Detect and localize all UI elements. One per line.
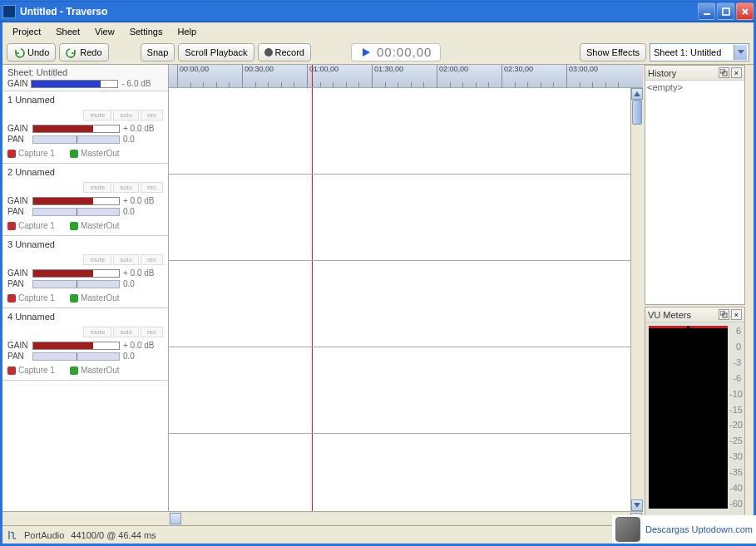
vu-meters-panel: VU Meters × 60-3-6-10-15-20-25-30-35-40-… xyxy=(645,307,745,525)
scroll-playback-label: Scroll Playback xyxy=(185,47,247,57)
minimize-button[interactable] xyxy=(698,2,715,20)
track-output[interactable]: MasterOut xyxy=(70,293,120,303)
mute-button[interactable]: mute xyxy=(83,327,111,337)
vu-close-button[interactable]: × xyxy=(731,309,742,320)
track-name: 2 Unnamed xyxy=(7,167,163,177)
scroll-left-button[interactable] xyxy=(170,513,181,524)
play-button[interactable]: 00:00,00 xyxy=(351,43,441,61)
vu-scale-tick: -30 xyxy=(729,451,741,461)
vu-scale-tick: -6 xyxy=(729,373,741,383)
mute-button[interactable]: mute xyxy=(83,110,111,121)
window-title: Untitled - Traverso xyxy=(20,6,698,17)
gain-slider[interactable] xyxy=(32,342,120,350)
output-icon xyxy=(70,366,78,375)
audio-icon xyxy=(6,529,17,541)
menu-settings[interactable]: Settings xyxy=(123,25,170,38)
scroll-down-button[interactable] xyxy=(631,499,643,511)
vu-bar-left xyxy=(649,326,687,509)
track-input[interactable]: Capture 1 xyxy=(7,293,55,303)
gain-slider[interactable] xyxy=(32,125,120,133)
track-lane[interactable] xyxy=(169,347,643,434)
sheet-selector[interactable]: Sheet 1: Untitled xyxy=(650,43,749,61)
pan-label: PAN xyxy=(7,352,29,361)
history-close-button[interactable]: × xyxy=(731,67,742,78)
gain-value: + 0.0 dB xyxy=(123,196,155,205)
menu-view[interactable]: View xyxy=(88,25,121,38)
vu-scale-tick: -20 xyxy=(729,420,741,430)
menu-sheet[interactable]: Sheet xyxy=(49,25,86,38)
undo-button[interactable]: Undo xyxy=(7,43,56,61)
vu-title: VU Meters xyxy=(648,310,717,320)
track-input[interactable]: Capture 1 xyxy=(7,149,55,158)
mute-button[interactable]: mute xyxy=(83,182,111,193)
pan-value: 0.0 xyxy=(123,135,135,144)
show-effects-button[interactable]: Show Effects xyxy=(580,43,646,61)
vu-scale: 60-3-6-10-15-20-25-30-35-40-60 xyxy=(729,326,741,509)
track-lane[interactable] xyxy=(169,88,643,175)
close-button[interactable] xyxy=(736,2,754,20)
track-input[interactable]: Capture 1 xyxy=(7,366,55,375)
input-icon xyxy=(7,366,16,375)
vu-scale-tick: -40 xyxy=(729,483,741,493)
input-icon xyxy=(7,294,16,303)
vu-scale-tick: -35 xyxy=(729,467,741,477)
scroll-thumb[interactable] xyxy=(632,100,642,125)
solo-button[interactable]: solo xyxy=(113,110,139,121)
svg-rect-1 xyxy=(723,8,729,15)
record-icon xyxy=(264,48,273,57)
solo-button[interactable]: solo xyxy=(113,327,139,337)
menu-help[interactable]: Help xyxy=(170,25,203,38)
snap-button[interactable]: Snap xyxy=(141,43,175,61)
tracks-area[interactable] xyxy=(169,88,643,511)
track-output[interactable]: MasterOut xyxy=(70,366,120,375)
gain-label: GAIN xyxy=(7,124,29,133)
rec-button[interactable]: rec xyxy=(141,327,163,337)
vertical-scrollbar[interactable] xyxy=(630,88,643,511)
gain-label: GAIN xyxy=(7,341,29,350)
vu-scale-tick: -25 xyxy=(729,435,741,445)
pan-slider[interactable] xyxy=(32,280,120,288)
timeline[interactable]: 00:00,0000:30,0001:00,0001:30,0002:00,00… xyxy=(169,65,643,511)
pan-slider[interactable] xyxy=(32,208,120,216)
rec-button[interactable]: rec xyxy=(141,110,163,121)
mute-button[interactable]: mute xyxy=(83,254,111,265)
record-label: Record xyxy=(275,47,304,57)
pan-label: PAN xyxy=(7,135,29,144)
timecode: 00:00,00 xyxy=(377,45,432,59)
history-title: History xyxy=(648,68,717,78)
scroll-playback-button[interactable]: Scroll Playback xyxy=(178,43,254,61)
sheet-header: Sheet: Untitled GAIN - 6.0 dB xyxy=(2,65,168,91)
track-output[interactable]: MasterOut xyxy=(70,149,120,158)
horizontal-scrollbar[interactable] xyxy=(169,512,643,525)
svg-rect-0 xyxy=(704,13,710,15)
track-lane[interactable] xyxy=(169,434,643,520)
gain-slider[interactable] xyxy=(32,197,120,205)
menu-project[interactable]: Project xyxy=(6,25,47,38)
pan-slider[interactable] xyxy=(32,352,120,361)
vu-dock-button[interactable] xyxy=(719,309,729,320)
rec-button[interactable]: rec xyxy=(141,182,163,193)
track-lane[interactable] xyxy=(169,261,643,347)
maximize-button[interactable] xyxy=(717,2,734,20)
solo-button[interactable]: solo xyxy=(113,254,139,265)
solo-button[interactable]: solo xyxy=(113,182,139,193)
watermark: Descargas Uptodown.com xyxy=(612,515,756,544)
output-icon xyxy=(70,150,78,158)
history-dock-button[interactable] xyxy=(719,67,729,78)
time-ruler[interactable]: 00:00,0000:30,0001:00,0001:30,0002:00,00… xyxy=(169,65,643,88)
track-lane[interactable] xyxy=(169,175,643,261)
track-input[interactable]: Capture 1 xyxy=(7,221,55,230)
redo-button[interactable]: Redo xyxy=(59,43,108,61)
record-button[interactable]: Record xyxy=(258,43,311,61)
sheet-gain-slider[interactable] xyxy=(31,80,118,88)
vu-scale-tick: -3 xyxy=(729,357,741,367)
gain-label: GAIN xyxy=(7,268,29,278)
output-icon xyxy=(70,222,78,230)
rec-button[interactable]: rec xyxy=(141,254,163,265)
vu-bar-right xyxy=(689,326,728,509)
status-audio: PortAudio xyxy=(24,530,64,540)
pan-slider[interactable] xyxy=(32,135,120,144)
track-output[interactable]: MasterOut xyxy=(70,221,120,230)
scroll-up-button[interactable] xyxy=(631,88,643,100)
gain-slider[interactable] xyxy=(32,269,120,278)
